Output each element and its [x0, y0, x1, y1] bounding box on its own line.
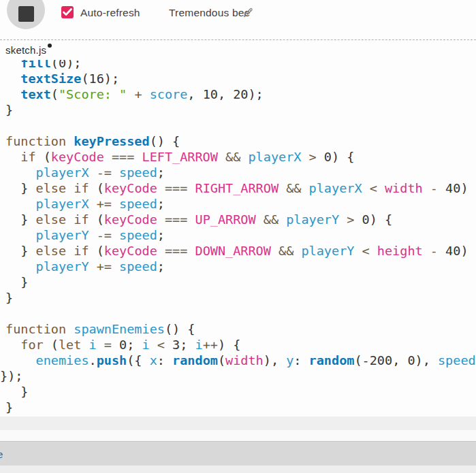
code-line: }: [0, 399, 476, 415]
code-line: playerY += speed;: [0, 259, 476, 274]
stop-icon: [18, 6, 34, 22]
app-root: Auto-refresh Tremendous bee sketch.js fi…: [0, 0, 476, 473]
project-title: Tremendous bee: [169, 7, 250, 19]
code-line: playerX -= speed;: [0, 165, 476, 180]
console-bar[interactable]: e: [0, 441, 476, 466]
code-line: text("Score: " + score, 10, 20);: [0, 86, 476, 102]
code-line: } else if (keyCode === RIGHT_ARROW && pl…: [0, 180, 476, 196]
code-line: } else if (keyCode === UP_ARROW && playe…: [0, 212, 476, 227]
editor-scrollbar-track[interactable]: [0, 417, 476, 430]
console-gap: [0, 430, 476, 441]
code-editor[interactable]: fill(0); textSize(16); text("Score: " + …: [0, 60, 476, 417]
code-line: for (let i = 0; i < 3; i++) {: [0, 337, 476, 353]
code-line: if (keyCode === LEFT_ARROW && playerX > …: [0, 149, 476, 165]
code-line: playerY -= speed;: [0, 227, 476, 243]
code-lines: fill(0); textSize(16); text("Score: " + …: [0, 60, 476, 415]
code-line: textSize(16);: [0, 71, 476, 86]
file-tab-bar: sketch.js: [0, 40, 476, 60]
check-icon: [63, 8, 72, 16]
code-line: }: [0, 290, 476, 306]
auto-refresh-checkbox[interactable]: [61, 6, 74, 18]
file-name: sketch.js: [5, 44, 46, 56]
edit-pencil-icon[interactable]: [242, 7, 254, 18]
code-line: [0, 118, 476, 133]
bottom-strip: [0, 466, 476, 473]
code-line: playerX += speed;: [0, 196, 476, 212]
code-line: [0, 306, 476, 321]
code-line: function spawnEnemies() {: [0, 321, 476, 337]
code-line: }: [0, 274, 476, 290]
code-line: });: [0, 368, 476, 384]
stop-button[interactable]: [7, 0, 45, 29]
toolbar: Auto-refresh Tremendous bee: [0, 0, 476, 40]
console-clipped-text: e: [0, 448, 3, 460]
file-tab-sketch[interactable]: sketch.js: [5, 40, 52, 60]
code-line: function keyPressed() {: [0, 133, 476, 149]
code-line: fill(0);: [0, 60, 476, 71]
code-line: } else if (keyCode === DOWN_ARROW && pla…: [0, 243, 476, 259]
code-line: }: [0, 102, 476, 118]
code-line: }: [0, 384, 476, 399]
code-line: enemies.push({ x: random(width), y: rand…: [0, 353, 476, 368]
unsaved-dot-icon: [48, 44, 52, 48]
auto-refresh-label: Auto-refresh: [80, 7, 140, 19]
